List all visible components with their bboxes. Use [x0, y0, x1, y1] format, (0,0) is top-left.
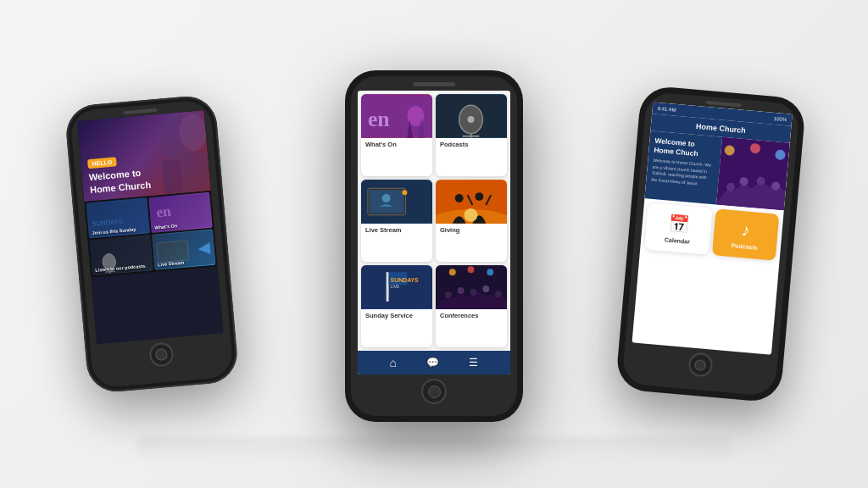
svg-text:en: en [156, 203, 172, 220]
svg-point-49 [468, 266, 475, 273]
svg-point-32 [455, 194, 464, 202]
svg-point-28 [382, 194, 391, 202]
svg-text:LIVE: LIVE [391, 285, 400, 289]
center-card-giving[interactable]: Giving [436, 180, 507, 262]
right-card-podcasts-label: Podcasts [731, 242, 758, 251]
music-note-icon: ♪ [741, 220, 751, 241]
svg-point-33 [475, 192, 483, 201]
svg-point-46 [482, 286, 489, 292]
phone-left: HELLO Welcome toHome Church SUNDAYS Join… [64, 94, 240, 394]
svg-point-50 [487, 269, 493, 275]
svg-text:en: en [368, 107, 390, 131]
right-card-calendar[interactable]: 📅 Calendar [644, 202, 712, 254]
nav-home-icon[interactable]: ⌂ [390, 356, 397, 369]
right-hero-desc: Welcome to Home Church. We are a vibrant… [651, 158, 715, 188]
svg-point-44 [458, 287, 465, 294]
center-card-conferences[interactable]: Conferences [436, 265, 507, 347]
center-navbar: ⌂ 💬 ☰ [358, 351, 510, 374]
center-card-whatson-label: What's On [361, 138, 432, 152]
center-card-livestream-label: Live Stream [361, 224, 432, 237]
right-card-podcasts[interactable]: ♪ Podcasts [711, 208, 779, 260]
svg-point-29 [402, 190, 407, 195]
right-header-title: Home Church [696, 122, 747, 135]
right-card-calendar-label: Calendar [665, 236, 690, 245]
left-grid-whatson[interactable]: en What's On [148, 192, 212, 233]
right-hero: Welcome toHome Chuch Welcome to Home Chu… [644, 130, 789, 210]
center-card-podcasts[interactable]: Podcasts [436, 94, 507, 176]
svg-text:SUNDAYS: SUNDAYS [391, 277, 420, 283]
left-grid-livestream[interactable]: Live Stream [152, 230, 215, 270]
nav-chat-icon[interactable]: 💬 [426, 357, 439, 369]
svg-point-43 [445, 291, 452, 298]
svg-point-36 [465, 208, 478, 222]
center-card-giving-label: Giving [436, 224, 507, 237]
reflection [137, 437, 731, 463]
svg-rect-38 [387, 272, 389, 302]
left-grid-sundays[interactable]: SUNDAYS Join us this Sunday [86, 197, 149, 238]
center-card-sunday-label: Sunday Service [361, 309, 432, 323]
right-status-battery: 100% [774, 116, 787, 122]
svg-point-45 [470, 289, 477, 296]
left-grid-podcasts[interactable]: Listen to our podcasts. [89, 235, 153, 275]
phone-right: 9:41 AM 100% Home Church Welcome toHome … [615, 85, 807, 403]
center-card-podcasts-label: Podcasts [436, 138, 507, 152]
center-card-conferences-label: Conferences [436, 309, 507, 323]
svg-point-48 [449, 269, 456, 275]
main-scene: HELLO Welcome toHome Church SUNDAYS Join… [0, 0, 868, 488]
right-hero-title: Welcome toHome Chuch [654, 136, 717, 160]
svg-point-24 [468, 116, 475, 123]
center-card-whatson[interactable]: en What's On [361, 94, 432, 176]
svg-rect-13 [157, 241, 189, 263]
center-card-livestream[interactable]: Live Stream [361, 180, 432, 262]
phone-center: en What's On [345, 70, 523, 422]
center-card-sunday[interactable]: SUNDAYS LIVE Sunday Service [361, 265, 432, 347]
calendar-icon: 📅 [667, 214, 690, 236]
nav-menu-icon[interactable]: ☰ [469, 357, 478, 369]
right-status-time: 9:41 AM [657, 106, 676, 113]
svg-point-47 [495, 291, 502, 297]
hello-badge: HELLO [87, 158, 117, 169]
